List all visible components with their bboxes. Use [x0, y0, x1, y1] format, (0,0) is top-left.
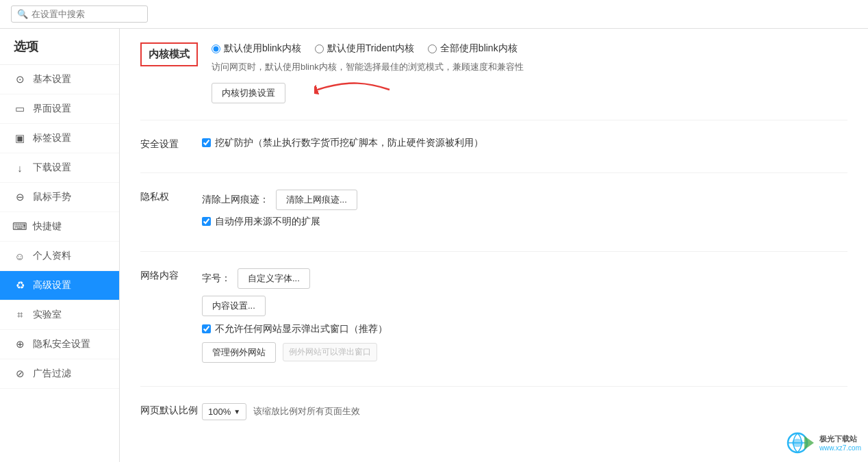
auto-stop-extension-row[interactable]: 自动停用来源不明的扩展: [202, 216, 847, 228]
font-row: 字号： 自定义字体...: [202, 268, 847, 289]
radio-blink-default-input[interactable]: [212, 44, 220, 53]
radio-blink-all-input[interactable]: [428, 44, 437, 53]
sidebar-label-advanced: 高级设置: [33, 279, 71, 292]
radio-trident-label: 默认使用Trident内核: [327, 42, 414, 55]
font-label: 字号：: [202, 272, 231, 285]
custom-font-button[interactable]: 自定义字体...: [238, 268, 310, 289]
logo-icon: [784, 431, 817, 455]
content-settings-button[interactable]: 内容设置...: [202, 296, 266, 316]
logo-site-name: 极光下载站: [819, 434, 861, 444]
adblock-icon: ⊘: [14, 368, 26, 380]
radio-trident-input[interactable]: [315, 44, 324, 53]
manage-exception-row: 管理例外网站 例外网站可以弹出窗口: [202, 342, 847, 363]
sidebar-item-basic[interactable]: ⊙ 基本设置: [0, 65, 119, 94]
footer-logo: 极光下载站 www.xz7.com: [784, 431, 861, 455]
privacy-icon: ⊕: [14, 338, 26, 350]
radio-trident[interactable]: 默认使用Trident内核: [315, 42, 414, 55]
kernel-radio-group: 默认使用blink内核 默认使用Trident内核 全部使用blink内核: [212, 42, 847, 55]
shortcut-icon: ⌨: [14, 220, 26, 233]
advanced-icon: ♻: [14, 279, 26, 292]
content-settings-row: 内容设置...: [202, 296, 847, 316]
zoom-row: 100% ▼ 该缩放比例对所有页面生效: [202, 403, 847, 420]
ui-icon: ▭: [14, 103, 26, 115]
manage-sites-button[interactable]: 管理例外网站: [202, 342, 276, 363]
sidebar-item-tabs[interactable]: ▣ 标签设置: [0, 124, 119, 153]
mining-protection-checkbox[interactable]: [202, 138, 211, 147]
mouse-icon: ⊖: [14, 191, 26, 203]
top-bar: 🔍: [0, 0, 868, 29]
lab-icon: ⌗: [14, 309, 26, 321]
kernel-description: 访问网页时，默认使用blink内核，智能选择最佳的浏览模式，兼顾速度和兼容性: [212, 60, 847, 75]
mining-protection-checkbox-row[interactable]: 挖矿防护（禁止执行数字货币挖矿脚本，防止硬件资源被利用）: [202, 137, 847, 149]
main-content: 选项 ⊙ 基本设置 ▭ 界面设置 ▣ 标签设置 ↓ 下载设置 ⊖ 鼠标手势 ⌨ …: [0, 29, 868, 462]
tabs-icon: ▣: [14, 132, 26, 144]
security-section: 安全设置 挖矿防护（禁止执行数字货币挖矿脚本，防止硬件资源被利用）: [140, 137, 847, 173]
zoom-value: 100%: [208, 407, 231, 417]
sidebar-item-download[interactable]: ↓ 下载设置: [0, 153, 119, 183]
auto-stop-label: 自动停用来源不明的扩展: [215, 216, 320, 228]
sidebar-title: 选项: [0, 29, 119, 65]
sidebar-item-advanced[interactable]: ♻ 高级设置: [0, 271, 119, 300]
search-box[interactable]: 🔍: [11, 5, 148, 23]
popup-block-row[interactable]: 不允许任何网站显示弹出式窗口（推荐）: [202, 323, 847, 335]
sidebar-label-profile: 个人资料: [33, 250, 71, 262]
security-title: 安全设置: [140, 137, 202, 151]
kernel-section: 内核模式 默认使用blink内核 默认使用Trident内核 全部使用blink…: [140, 42, 847, 120]
sidebar-item-profile[interactable]: ☺ 个人资料: [0, 242, 119, 271]
sidebar-item-privacy[interactable]: ⊕ 隐私安全设置: [0, 330, 119, 359]
popup-block-label: 不允许任何网站显示弹出式窗口（推荐）: [215, 323, 387, 335]
sidebar-item-adblock[interactable]: ⊘ 广告过滤: [0, 359, 119, 389]
sidebar-label-basic: 基本设置: [33, 73, 71, 86]
network-section: 网络内容 字号： 自定义字体... 内容设置... 不允许任何网站显示弹出式窗口…: [140, 268, 847, 387]
clear-browsing-row: 清除上网痕迹： 清除上网痕迹...: [202, 190, 847, 210]
kernel-switch-container: 内核切换设置: [212, 83, 285, 103]
popup-block-checkbox[interactable]: [202, 324, 211, 333]
security-content: 挖矿防护（禁止执行数字货币挖矿脚本，防止硬件资源被利用）: [202, 137, 847, 156]
privacy-title: 隐私权: [140, 190, 202, 203]
sidebar-label-shortcut: 快捷键: [33, 220, 62, 233]
network-title: 网络内容: [140, 268, 202, 282]
sidebar-item-mouse[interactable]: ⊖ 鼠标手势: [0, 183, 119, 212]
zoom-description: 该缩放比例对所有页面生效: [253, 405, 360, 418]
sidebar-label-privacy: 隐私安全设置: [33, 338, 90, 350]
sidebar-item-lab[interactable]: ⌗ 实验室: [0, 300, 119, 330]
privacy-section: 隐私权 清除上网痕迹： 清除上网痕迹... 自动停用来源不明的扩展: [140, 190, 847, 252]
download-icon: ↓: [14, 162, 26, 174]
logo-site-url: www.xz7.com: [819, 444, 861, 452]
search-icon: 🔍: [17, 9, 28, 19]
search-input[interactable]: [31, 9, 142, 19]
content-area: 内核模式 默认使用blink内核 默认使用Trident内核 全部使用blink…: [120, 29, 868, 462]
clear-browsing-button[interactable]: 清除上网痕迹...: [276, 190, 357, 210]
zoom-title: 网页默认比例: [140, 403, 202, 417]
radio-blink-all[interactable]: 全部使用blink内核: [428, 42, 518, 55]
zoom-content: 100% ▼ 该缩放比例对所有页面生效: [202, 403, 847, 420]
sidebar-label-lab: 实验室: [33, 309, 62, 321]
radio-blink-all-label: 全部使用blink内核: [440, 42, 518, 55]
kernel-title: 内核模式: [140, 42, 198, 66]
chevron-down-icon: ▼: [233, 408, 240, 415]
sidebar-label-ui: 界面设置: [33, 103, 71, 115]
clear-label: 清除上网痕迹：: [202, 194, 269, 206]
sidebar-label-download: 下载设置: [33, 162, 71, 174]
sidebar: 选项 ⊙ 基本设置 ▭ 界面设置 ▣ 标签设置 ↓ 下载设置 ⊖ 鼠标手势 ⌨ …: [0, 29, 120, 462]
kernel-switch-button[interactable]: 内核切换设置: [212, 83, 285, 103]
kernel-content: 默认使用blink内核 默认使用Trident内核 全部使用blink内核 访问…: [212, 42, 847, 103]
sidebar-label-adblock: 广告过滤: [33, 368, 71, 380]
sidebar-label-mouse: 鼠标手势: [33, 191, 71, 203]
profile-icon: ☺: [14, 250, 26, 262]
exception-placeholder: 例外网站可以弹出窗口: [283, 343, 377, 361]
privacy-content: 清除上网痕迹： 清除上网痕迹... 自动停用来源不明的扩展: [202, 190, 847, 235]
network-content: 字号： 自定义字体... 内容设置... 不允许任何网站显示弹出式窗口（推荐） …: [202, 268, 847, 370]
radio-blink-default-label: 默认使用blink内核: [224, 42, 301, 55]
zoom-select[interactable]: 100% ▼: [202, 403, 246, 420]
auto-stop-checkbox[interactable]: [202, 217, 211, 226]
zoom-section: 网页默认比例 100% ▼ 该缩放比例对所有页面生效: [140, 403, 847, 420]
logo-text-container: 极光下载站 www.xz7.com: [819, 434, 861, 452]
sidebar-label-tabs: 标签设置: [33, 132, 71, 144]
mining-protection-label: 挖矿防护（禁止执行数字货币挖矿脚本，防止硬件资源被利用）: [215, 137, 483, 149]
red-arrow-icon: [314, 79, 396, 100]
sidebar-item-shortcut[interactable]: ⌨ 快捷键: [0, 212, 119, 242]
sidebar-item-ui[interactable]: ▭ 界面设置: [0, 94, 119, 124]
radio-blink-default[interactable]: 默认使用blink内核: [212, 42, 301, 55]
settings-icon: ⊙: [14, 73, 26, 86]
